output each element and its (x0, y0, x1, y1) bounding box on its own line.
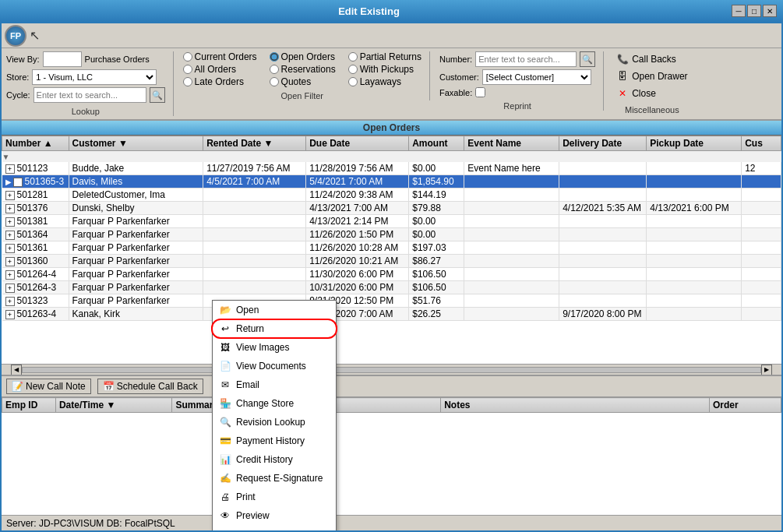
context-menu-item-preview[interactable]: 👁Preview (213, 506, 336, 525)
filter-col3: Partial Returns With Pickups Layaways (348, 51, 421, 87)
cycle-search-button[interactable]: 🔍 (150, 87, 165, 103)
with-pickups-radio[interactable] (348, 65, 358, 74)
col-header-due[interactable]: Due Date (306, 136, 409, 151)
layaways-radio[interactable] (348, 77, 358, 86)
table-row[interactable]: +501264-3Farquar P Parkenfarker10/31/202… (2, 281, 781, 294)
table-row[interactable]: +501281DeletedCustomer, Ima11/24/2020 9:… (2, 188, 781, 202)
customer-select[interactable]: [Select Customer] (482, 69, 591, 85)
table-row[interactable]: +501381Farquar P Parkenfarker4/13/2021 2… (2, 215, 781, 228)
col-header-order[interactable]: Order (710, 398, 781, 413)
number-search-button[interactable]: 🔍 (580, 51, 595, 67)
context-menu-item-store[interactable]: 🏪Change Store (213, 394, 336, 413)
context-menu-item-revision[interactable]: 🔍Revision Lookup (213, 413, 336, 432)
receipt-print-icon: 🖨 (219, 528, 231, 530)
cycle-input[interactable] (34, 87, 146, 103)
late-orders-radio[interactable] (183, 77, 192, 86)
miscellaneous-label: Miscellaneous (613, 105, 690, 115)
app-logo: FP (5, 25, 26, 47)
store-select[interactable]: 1 - Visum, LLC (32, 69, 157, 85)
notes-table-container: Emp ID Date/Time ▼ Summary Notes Order (2, 397, 781, 515)
lookup-label: Lookup (6, 107, 165, 116)
customer-label: Customer: (439, 72, 479, 82)
maximize-button[interactable]: □ (747, 5, 761, 17)
table-row[interactable]: +501323Farquar P Parkenfarker9/21/2020 1… (2, 294, 781, 308)
context-menu-item-print[interactable]: 🖨Print (213, 488, 336, 506)
current-orders-radio[interactable] (183, 52, 192, 62)
open-drawer-button[interactable]: 🗄 Open Drawer (613, 69, 690, 84)
context-menu-item-credit[interactable]: 📊Credit History (213, 450, 336, 469)
table-row[interactable]: +501361Farquar P Parkenfarker11/26/2020 … (2, 241, 781, 255)
status-text: Server: JD-PC3\VISUM DB: FocalPtSQL (6, 518, 175, 529)
title-bar-text: Edit Existing (6, 5, 732, 17)
col-header-cus[interactable]: Cus (742, 136, 781, 151)
schedule-call-back-button[interactable]: 📅 Schedule Call Back (97, 379, 203, 394)
col-header-pickup[interactable]: Pickup Date (647, 136, 742, 151)
col-header-customer[interactable]: Customer ▼ (69, 136, 203, 151)
open-icon: 📂 (219, 304, 231, 316)
view-by-input[interactable] (43, 51, 82, 67)
revision-icon: 🔍 (219, 416, 231, 428)
reservations-radio[interactable] (270, 65, 279, 74)
miscellaneous-group: 📞 Call Backs 🗄 Open Drawer ✕ Close Misce… (613, 51, 698, 115)
col-header-delivery[interactable]: Delivery Date (559, 136, 647, 151)
table-row[interactable]: +501264-4Farquar P Parkenfarker11/30/202… (2, 268, 781, 281)
return-icon: ↩ (219, 322, 231, 335)
orders-table: Number ▲ Customer ▼ Rented Date ▼ Due Da… (2, 136, 781, 321)
status-bar: Server: JD-PC3\VISUM DB: FocalPtSQL (2, 515, 781, 530)
table-row[interactable]: +501123Budde, Jake11/27/2019 7:56 AM11/2… (2, 162, 781, 175)
context-menu-item-documents[interactable]: 📄View Documents (213, 357, 336, 375)
table-row[interactable]: +501376Dunski, Shelby4/13/2021 7:00 AM$7… (2, 202, 781, 215)
open-filter-label: Open Filter (183, 91, 421, 100)
documents-icon: 📄 (219, 360, 231, 372)
context-menu-item-email[interactable]: ✉Email (213, 375, 336, 394)
faxable-checkbox[interactable] (475, 87, 485, 97)
context-menu: 📂Open↩Return🖼View Images📄View Documents✉… (212, 300, 337, 530)
open-drawer-icon: 🗄 (616, 70, 629, 83)
context-menu-item-images[interactable]: 🖼View Images (213, 338, 336, 357)
close-icon: ✕ (616, 87, 629, 100)
call-backs-button[interactable]: 📞 Call Backs (613, 51, 679, 67)
close-button[interactable]: ✕ Close (613, 86, 659, 101)
all-orders-radio[interactable] (183, 65, 192, 74)
col-header-number[interactable]: Number ▲ (2, 136, 69, 151)
images-icon: 🖼 (219, 341, 231, 354)
print-icon: 🖨 (219, 491, 231, 503)
context-menu-item-esignature[interactable]: ✍Request E-Signature (213, 469, 336, 488)
filter-col2: Open Orders Reservations Quotes (270, 51, 336, 87)
scrollbar-track[interactable] (22, 367, 761, 373)
lookup-group: View By: Purchase Orders Store: 1 - Visu… (6, 51, 174, 116)
table-row[interactable]: ▶+501365-3Davis, Miles4/5/2021 7:00 AM5/… (2, 175, 781, 188)
col-header-notes[interactable]: Notes (441, 398, 710, 413)
context-menu-item-open[interactable]: 📂Open (213, 301, 336, 319)
open-filter-group: Current Orders All Orders Late Orders Op… (183, 51, 430, 100)
orders-table-container: Number ▲ Customer ▼ Rented Date ▼ Due Da… (2, 136, 781, 364)
email-icon: ✉ (219, 379, 231, 391)
col-header-datetime[interactable]: Date/Time ▼ (55, 398, 171, 413)
cursor-icon: ↖ (30, 28, 40, 43)
table-row[interactable]: +501263-4Kanak, Kirk10/15/2020 7:00 AM$2… (2, 308, 781, 321)
partial-returns-radio[interactable] (348, 52, 358, 62)
window-close-button[interactable]: ✕ (763, 5, 777, 17)
col-header-amount[interactable]: Amount (409, 136, 464, 151)
call-backs-icon: 📞 (616, 53, 629, 65)
cycle-label: Cycle: (6, 90, 30, 100)
horizontal-scrollbar[interactable]: ◀ ▶ (2, 364, 781, 375)
quotes-radio[interactable] (270, 77, 279, 86)
context-menu-item-receipt-print[interactable]: 🖨Receipt Print (213, 525, 336, 530)
open-orders-radio[interactable] (270, 52, 279, 62)
scroll-right-button[interactable]: ▶ (761, 365, 772, 375)
number-input[interactable] (475, 51, 577, 67)
col-header-event[interactable]: Event Name (464, 136, 559, 151)
table-row[interactable]: +501364Farquar P Parkenfarker11/26/2020 … (2, 228, 781, 241)
col-header-empid[interactable]: Emp ID (2, 398, 56, 413)
minimize-button[interactable]: ─ (732, 5, 746, 17)
context-menu-item-payment[interactable]: 💳Payment History (213, 432, 336, 450)
new-call-note-button[interactable]: 📝 New Call Note (6, 379, 91, 394)
scroll-left-button[interactable]: ◀ (11, 365, 22, 375)
context-menu-item-return[interactable]: ↩Return (213, 319, 336, 338)
orders-section: Open Orders Number ▲ Customer ▼ Rented D… (2, 121, 781, 375)
filter-col1: Current Orders All Orders Late Orders (183, 51, 257, 87)
table-row[interactable]: +501360Farquar P Parkenfarker11/26/2020 … (2, 255, 781, 268)
title-bar: Edit Existing ─ □ ✕ (0, 0, 783, 22)
col-header-rented[interactable]: Rented Date ▼ (203, 136, 306, 151)
